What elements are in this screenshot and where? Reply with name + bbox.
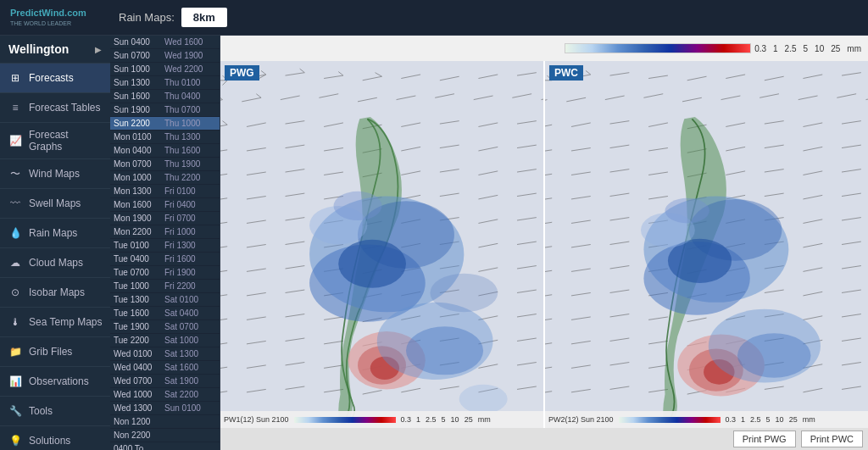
time-left: Tue 0100 xyxy=(114,241,164,250)
chevron-right-icon: ▶ xyxy=(95,45,102,54)
svg-point-164 xyxy=(334,192,382,220)
print-pwg-button[interactable]: Print PWG xyxy=(733,431,796,447)
sidebar-label-solutions: Solutions xyxy=(29,435,70,447)
tools-icon: 🔧 xyxy=(7,403,24,419)
mm-label: mm xyxy=(847,44,861,53)
pwc-label: PWC xyxy=(549,65,583,81)
time-list-item[interactable]: Mon 0100Thu 1300 xyxy=(110,131,220,144)
sidebar-item-forecasts[interactable]: ⊞Forecasts xyxy=(0,64,110,93)
sidebar-label-forecast-graphs: Forecast Graphs xyxy=(29,129,103,153)
time-left: Sun 1000 xyxy=(114,64,164,74)
time-list-item[interactable]: Sun 1300Thu 0100 xyxy=(110,76,220,90)
time-list-item[interactable]: 0400 To xyxy=(110,442,220,450)
time-list-item[interactable]: Tue 1300Sat 0100 xyxy=(110,293,220,307)
time-list-item[interactable]: Wed 1000Sat 2200 xyxy=(110,388,220,402)
location-header[interactable]: Wellington ▶ xyxy=(0,36,110,64)
sidebar-item-grib-files[interactable]: 📁Grib Files xyxy=(0,337,110,367)
observations-icon: 📊 xyxy=(7,373,24,390)
time-list-item[interactable]: Sun 1000Wed 2200 xyxy=(110,63,220,76)
sidebar-item-tools[interactable]: 🔧Tools xyxy=(0,397,110,426)
svg-point-157 xyxy=(338,240,406,288)
time-list-item[interactable]: Tue 0400Fri 1600 xyxy=(110,253,220,266)
main-layout: Wellington ▶ ⊞Forecasts≡Forecast Tables📈… xyxy=(0,36,868,450)
sidebar-label-sea-temp: Sea Temp Maps xyxy=(29,316,103,328)
time-right: Fri 0100 xyxy=(164,186,215,196)
time-list-item[interactable]: Mon 1300Fri 0100 xyxy=(110,185,220,198)
time-list-item[interactable]: Mon 0400Thu 1600 xyxy=(110,144,220,158)
time-list-item[interactable]: Mon 1600Fri 0400 xyxy=(110,198,220,212)
sidebar-label-grib-files: Grib Files xyxy=(29,346,72,358)
map-panel-pwc: PWC xyxy=(545,61,868,428)
sidebar-item-sea-temp[interactable]: 🌡Sea Temp Maps xyxy=(0,308,110,337)
color-bar xyxy=(565,43,751,53)
pwg-scale-4: 5 xyxy=(442,415,446,424)
sidebar-item-rain-maps[interactable]: 💧Rain Maps xyxy=(0,219,110,248)
time-right: Fri 0400 xyxy=(164,200,215,209)
color-label-4: 5 xyxy=(804,44,809,53)
sidebar-label-observations: Observations xyxy=(29,375,89,387)
grib-files-icon: 📁 xyxy=(7,343,24,360)
time-list-item[interactable]: Sun 2200Thu 1000 xyxy=(110,117,220,131)
time-list-item[interactable]: Mon 2200Fri 1000 xyxy=(110,225,220,239)
location-name: Wellington xyxy=(8,42,69,56)
time-list-item[interactable]: Non 1200 xyxy=(110,415,220,429)
sidebar-label-rain-maps: Rain Maps xyxy=(29,227,77,239)
pwc-bottom-label: PW2(12) Sun 2100 xyxy=(548,415,614,424)
color-bar-row: 0.3 1 2.5 5 10 25 mm xyxy=(220,36,868,61)
time-list-item[interactable]: Wed 0100Sat 1300 xyxy=(110,347,220,361)
logo: PredictWind.com THE WORLD LEADER xyxy=(8,4,102,31)
time-left: Tue 1000 xyxy=(114,281,164,291)
time-list-item[interactable]: Tue 2200Sat 1000 xyxy=(110,334,220,347)
pwg-scale-3: 2.5 xyxy=(426,415,437,424)
time-left: Tue 2200 xyxy=(114,336,164,345)
sidebar-item-wind-maps[interactable]: 〜Wind Maps xyxy=(0,159,110,189)
time-list-item[interactable]: Tue 0700Fri 1900 xyxy=(110,266,220,280)
solutions-icon: 💡 xyxy=(7,432,24,449)
time-left: Wed 1300 xyxy=(114,403,164,413)
sidebar-item-solutions[interactable]: 💡Solutions xyxy=(0,426,110,450)
time-list-item[interactable]: Sun 1900Thu 0700 xyxy=(110,103,220,117)
time-list-item[interactable]: Tue 1600Sat 0400 xyxy=(110,307,220,320)
rain-maps-icon: 💧 xyxy=(7,225,24,242)
svg-text:THE WORLD LEADER: THE WORLD LEADER xyxy=(10,20,71,26)
time-left: Wed 0700 xyxy=(114,376,164,386)
sidebar-item-forecast-graphs[interactable]: 📈Forecast Graphs xyxy=(0,123,110,159)
pwg-scale-2: 1 xyxy=(416,415,420,424)
wind-maps-icon: 〜 xyxy=(7,165,24,182)
time-left: Wed 0100 xyxy=(114,349,164,358)
time-left: Mon 2200 xyxy=(114,227,164,236)
time-list-item[interactable]: Sun 0400Wed 1600 xyxy=(110,36,220,49)
sidebar-item-forecast-tables[interactable]: ≡Forecast Tables xyxy=(0,93,110,123)
time-list-item[interactable]: Non 2200 xyxy=(110,429,220,442)
tab-8km[interactable]: 8km xyxy=(181,8,227,27)
color-label-5: 10 xyxy=(815,44,824,53)
pwg-mm: mm xyxy=(478,415,491,424)
pwg-scale-1: 0.3 xyxy=(401,415,412,424)
content-area: 0.3 1 2.5 5 10 25 mm PWG xyxy=(220,36,868,450)
time-right xyxy=(164,417,215,426)
time-list-item[interactable]: Wed 0700Sat 1900 xyxy=(110,375,220,388)
time-left: Mon 1900 xyxy=(114,214,164,223)
sidebar-item-cloud-maps[interactable]: ☁Cloud Maps xyxy=(0,248,110,278)
time-list-item[interactable]: Sun 1600Thu 0400 xyxy=(110,90,220,103)
svg-point-318 xyxy=(737,333,811,377)
swell-maps-icon: 〰 xyxy=(7,195,24,212)
time-list-item[interactable]: Wed 1300Sun 0100 xyxy=(110,402,220,415)
print-pwc-button[interactable]: Print PWC xyxy=(801,431,863,447)
time-list-item[interactable]: Tue 0100Fri 1300 xyxy=(110,239,220,253)
time-list-item[interactable]: Mon 0700Thu 1900 xyxy=(110,158,220,171)
sidebar-item-isobar-maps[interactable]: ⊙Isobar Maps xyxy=(0,278,110,308)
time-list[interactable]: Sun 0400Wed 1600Sun 0700Wed 1900Sun 1000… xyxy=(110,36,220,450)
time-list-item[interactable]: Wed 0400Sat 1600 xyxy=(110,361,220,375)
sidebar-item-observations[interactable]: 📊Observations xyxy=(0,367,110,397)
time-list-item[interactable]: Sun 0700Wed 1900 xyxy=(110,49,220,63)
forecast-tables-icon: ≡ xyxy=(7,99,24,116)
map-panel-pwg: PWG xyxy=(220,61,545,428)
time-list-item[interactable]: Mon 1900Fri 0700 xyxy=(110,212,220,225)
time-list-item[interactable]: Tue 1900Sat 0700 xyxy=(110,320,220,334)
time-list-item[interactable]: Tue 1000Fri 2200 xyxy=(110,280,220,293)
sidebar-item-swell-maps[interactable]: 〰Swell Maps xyxy=(0,189,110,219)
time-list-item[interactable]: Mon 1000Thu 2200 xyxy=(110,171,220,185)
time-right: Fri 1600 xyxy=(164,254,215,264)
time-right: Thu 1000 xyxy=(164,119,215,128)
